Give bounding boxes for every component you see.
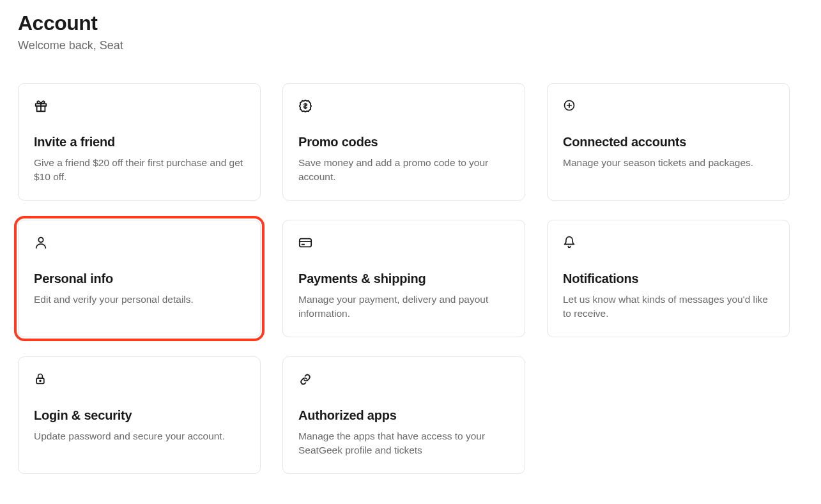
card-desc: Edit and verify your personal details. — [34, 293, 245, 307]
card-title: Notifications — [563, 271, 774, 286]
bell-icon — [563, 236, 578, 251]
svg-rect-7 — [300, 239, 311, 247]
credit-card-icon — [298, 236, 314, 251]
card-promo-codes[interactable]: Promo codes Save money and add a promo c… — [282, 83, 525, 201]
card-connected-accounts[interactable]: Connected accounts Manage your season ti… — [547, 83, 790, 201]
svg-point-11 — [40, 380, 41, 381]
card-login-security[interactable]: Login & security Update password and sec… — [18, 356, 261, 474]
card-desc: Manage the apps that have access to your… — [298, 429, 509, 458]
card-desc: Update password and secure your account. — [34, 429, 245, 443]
card-title: Connected accounts — [563, 135, 774, 149]
card-title: Authorized apps — [298, 408, 509, 423]
card-desc: Let us know what kinds of messages you'd… — [563, 293, 774, 321]
card-title: Promo codes — [298, 135, 509, 149]
card-title: Login & security — [34, 408, 245, 423]
card-invite-friend[interactable]: Invite a friend Give a friend $20 off th… — [18, 83, 261, 201]
card-notifications[interactable]: Notifications Let us know what kinds of … — [547, 220, 790, 337]
card-desc: Manage your payment, delivery and payout… — [298, 293, 509, 321]
svg-point-6 — [38, 238, 43, 242]
lock-icon — [34, 372, 49, 388]
plus-circle-icon — [563, 99, 578, 114]
card-title: Personal info — [34, 271, 245, 286]
gift-icon — [34, 99, 49, 114]
card-desc: Manage your season tickets and packages. — [563, 156, 774, 170]
card-desc: Give a friend $20 off their first purcha… — [34, 156, 245, 185]
card-title: Payments & shipping — [298, 271, 509, 286]
card-title: Invite a friend — [34, 135, 245, 149]
link-icon — [298, 372, 314, 388]
card-desc: Save money and add a promo code to your … — [298, 156, 509, 185]
promo-badge-icon — [298, 99, 314, 114]
card-personal-info[interactable]: Personal info Edit and verify your perso… — [18, 220, 261, 337]
page-subtitle: Welcome back, Seat — [18, 39, 803, 52]
card-payments-shipping[interactable]: Payments & shipping Manage your payment,… — [282, 220, 525, 337]
page-title: Account — [18, 11, 803, 35]
card-authorized-apps[interactable]: Authorized apps Manage the apps that hav… — [282, 356, 525, 474]
person-icon — [34, 236, 49, 251]
account-card-grid: Invite a friend Give a friend $20 off th… — [18, 83, 803, 474]
